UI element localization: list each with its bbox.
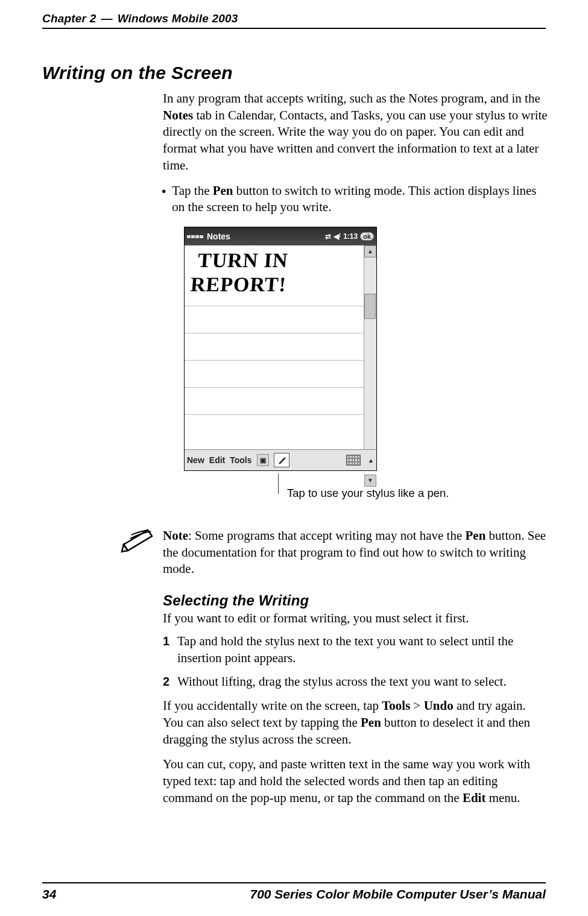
step-number: 1 [163, 633, 177, 649]
step-text: Tap and hold the stylus next to the text… [177, 633, 549, 666]
step-2: 2 Without lifting, drag the stylus acros… [163, 674, 549, 690]
bold-text: Pen [466, 528, 486, 543]
text: If you accidentally write on the screen,… [163, 698, 382, 713]
ss-writing-area[interactable]: TURN IN REPORT! [185, 245, 364, 450]
ok-button[interactable]: ok [360, 232, 374, 241]
note-label: Note [163, 528, 188, 543]
scroll-up-icon[interactable]: ▲ [364, 245, 376, 257]
bottom-rule [42, 882, 546, 883]
cut-copy-paragraph: You can cut, copy, and paste written tex… [163, 756, 549, 806]
start-icon[interactable] [187, 235, 203, 238]
page-footer: 34 700 Series Color Mobile Computer User… [42, 882, 546, 902]
selecting-intro: If you want to edit or format writing, y… [163, 610, 549, 627]
pen-button[interactable] [274, 453, 289, 467]
manual-title: 700 Series Color Mobile Computer User’s … [250, 887, 546, 902]
text: menu. [485, 791, 520, 805]
bold-text: Pen [213, 183, 233, 198]
sip-arrow-icon[interactable]: ▲ [368, 457, 374, 464]
volume-icon[interactable]: ◀⁽ [334, 232, 341, 241]
undo-paragraph: If you accidentally write on the screen,… [163, 698, 549, 748]
ss-tray: ⇄ ◀⁽ 1:13 ok [325, 232, 374, 241]
top-rule [42, 28, 546, 29]
bold-text: Edit [463, 791, 486, 805]
device-screenshot: Notes ⇄ ◀⁽ 1:13 ok TURN IN REPORT! [184, 227, 377, 471]
handwriting: TURN IN [197, 249, 289, 272]
sip-keyboard-icon[interactable] [346, 455, 361, 466]
ss-app-title: Notes [207, 232, 230, 241]
callout-text: Tap to use your stylus like a pen. [287, 487, 449, 500]
text: : Some programs that accept writing may … [188, 528, 466, 543]
callout-line [278, 473, 279, 494]
bold-text: Undo [424, 698, 454, 713]
bold-text: Tools [382, 698, 410, 713]
intro-paragraph: In any program that accepts writing, suc… [163, 90, 549, 174]
menu-new[interactable]: New [187, 455, 204, 465]
ss-clock: 1:13 [343, 232, 358, 241]
note-icon [121, 526, 157, 556]
bold-text: Pen [361, 715, 381, 730]
bullet-text: Tap the Pen button to switch to writing … [172, 183, 549, 216]
step-text: Without lifting, drag the stylus across … [177, 674, 507, 690]
running-header: Chapter 2 — Windows Mobile 2003 [42, 12, 546, 25]
text: Tap the [172, 183, 212, 198]
menu-edit[interactable]: Edit [209, 455, 225, 465]
page-number: 34 [42, 887, 56, 902]
scroll-thumb[interactable] [364, 294, 376, 319]
step-1: 1 Tap and hold the stylus next to the te… [163, 633, 549, 666]
note-text: Note: Some programs that accept writing … [163, 528, 555, 578]
recorder-icon[interactable]: ▣ [257, 454, 269, 466]
bullet-marker: • [162, 183, 166, 200]
step-number: 2 [163, 674, 177, 689]
chapter-label: Chapter 2 [42, 12, 96, 25]
text: > [410, 698, 423, 713]
scroll-down-icon[interactable]: ▼ [364, 475, 376, 487]
handwriting: REPORT! [190, 273, 287, 296]
menu-tools[interactable]: Tools [230, 455, 251, 465]
ss-titlebar: Notes ⇄ ◀⁽ 1:13 ok [185, 227, 376, 245]
header-dash: — [101, 12, 112, 25]
subsection-heading: Selecting the Writing [163, 592, 549, 609]
header-title: Windows Mobile 2003 [118, 12, 238, 25]
ss-scrollbar[interactable]: ▲ ▼ [364, 245, 376, 450]
text: tab in Calendar, Contacts, and Tasks, yo… [163, 108, 548, 172]
connectivity-icon[interactable]: ⇄ [325, 232, 331, 241]
callout: Tap to use your stylus like a pen. [278, 473, 549, 500]
ss-command-bar: New Edit Tools ▣ ▲ [185, 449, 376, 470]
text: In any program that accepts writing, suc… [163, 91, 540, 106]
bold-text: Notes [163, 108, 193, 122]
section-heading: Writing on the Screen [42, 63, 546, 83]
note-block: Note: Some programs that accept writing … [121, 528, 555, 578]
bullet-item: • Tap the Pen button to switch to writin… [162, 183, 549, 216]
